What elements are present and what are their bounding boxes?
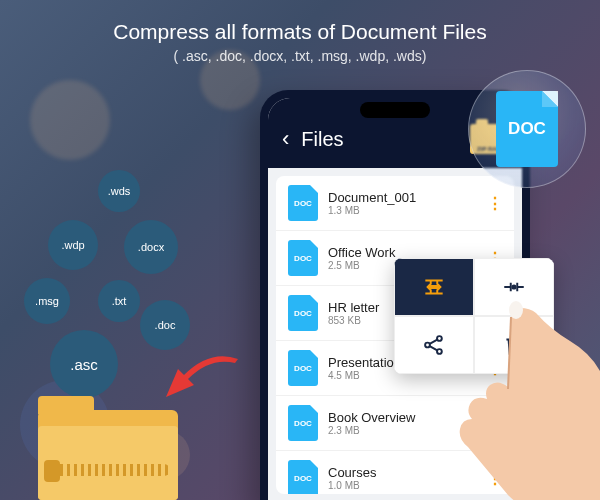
doc-file-icon: DOC [288,350,318,386]
file-row[interactable]: DOC Courses 1.0 MB ⋮ [276,451,514,494]
file-size: 2.3 MB [328,425,477,436]
file-name: Document_001 [328,190,477,205]
extract-icon [501,274,527,300]
headline: Compress all formats of Document Files (… [0,20,600,64]
zip-folder-icon [38,390,178,500]
delete-icon [501,332,527,358]
ctx-compress-button[interactable] [394,258,474,316]
file-row[interactable]: DOC Book Overview 2.3 MB ⋮ [276,396,514,451]
phone-notch [360,102,430,118]
doc-highlight-bubble: DOC [468,70,586,188]
doc-file-icon: DOC [288,460,318,494]
share-icon [421,332,447,358]
format-bubble-doc: .doc [140,300,190,350]
format-bubble-msg: .msg [24,278,70,324]
arrow-icon [160,355,240,415]
ctx-delete-button[interactable] [474,316,554,374]
more-icon[interactable]: ⋮ [487,414,502,433]
more-icon[interactable]: ⋮ [487,469,502,488]
compress-icon [421,274,447,300]
ctx-share-button[interactable] [394,316,474,374]
format-bubble-docx: .docx [124,220,178,274]
headline-title: Compress all formats of Document Files [0,20,600,44]
file-info: Book Overview 2.3 MB [328,410,477,436]
app-title: Files [301,128,458,151]
doc-file-icon: DOC [288,295,318,331]
more-icon[interactable]: ⋮ [487,194,502,213]
headline-subtitle: ( .asc, .doc, .docx, .txt, .msg, .wdp, .… [0,48,600,64]
file-size: 1.3 MB [328,205,477,216]
svg-point-0 [512,285,515,288]
format-bubble-wds: .wds [98,170,140,212]
doc-file-large-icon: DOC [496,91,558,167]
doc-file-icon: DOC [288,185,318,221]
svg-point-2 [437,336,442,341]
file-info: Courses 1.0 MB [328,465,477,491]
file-size: 1.0 MB [328,480,477,491]
doc-file-icon: DOC [288,240,318,276]
ctx-extract-button[interactable] [474,258,554,316]
context-menu [394,258,554,374]
svg-point-3 [437,349,442,354]
format-bubble-asc: .asc [50,330,118,398]
format-bubble-wdp: .wdp [48,220,98,270]
file-row[interactable]: DOC Document_001 1.3 MB ⋮ [276,176,514,231]
format-bubbles-cluster: .wds .wdp .docx .msg .txt .doc .asc [20,170,220,470]
doc-file-icon: DOC [288,405,318,441]
format-bubble-txt: .txt [98,280,140,322]
file-info: Document_001 1.3 MB [328,190,477,216]
file-name: Courses [328,465,477,480]
file-name: Book Overview [328,410,477,425]
svg-point-1 [425,343,430,348]
back-icon[interactable]: ‹ [282,128,289,150]
